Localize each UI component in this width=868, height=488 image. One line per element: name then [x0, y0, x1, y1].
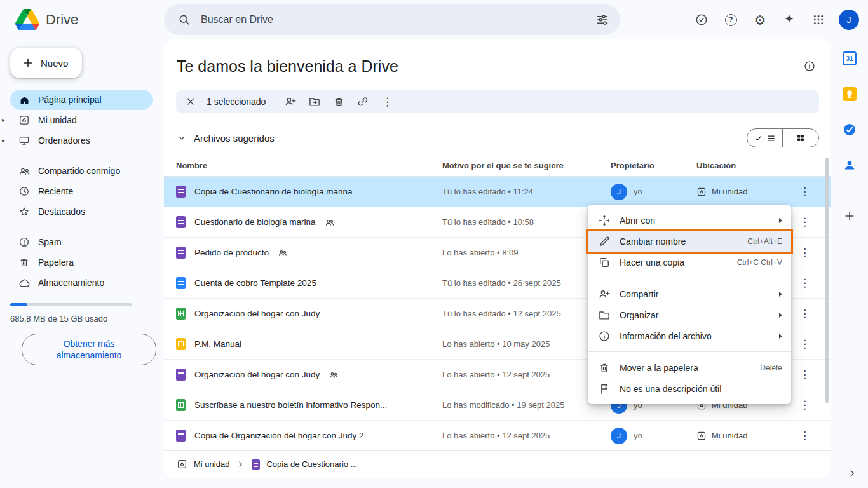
scrollbar-thumb[interactable] [825, 158, 829, 403]
storage-usage-text: 685,8 MB de 15 GB usado [10, 314, 154, 323]
flag-icon [598, 383, 611, 395]
offline-status-icon[interactable] [689, 7, 714, 32]
trash-icon[interactable] [328, 91, 349, 112]
breadcrumb-item-current-file[interactable]: Copia de Cuestionario ... [266, 459, 357, 469]
my-drive-icon [696, 431, 707, 441]
gemini-sparkle-icon[interactable] [776, 7, 802, 32]
row-more-button[interactable]: ⋮ [790, 246, 819, 259]
search-options-icon[interactable] [591, 8, 614, 31]
contacts-icon[interactable] [842, 158, 857, 173]
row-more-button[interactable]: ⋮ [790, 307, 819, 320]
tasks-icon[interactable] [842, 122, 857, 137]
column-header-name[interactable]: Nombre [176, 161, 442, 170]
row-more-button[interactable]: ⋮ [790, 368, 819, 381]
menu-divider [588, 351, 791, 352]
expand-side-panel-icon[interactable] [846, 468, 858, 479]
menu-item[interactable]: Mover a la papelera Delete [588, 357, 791, 378]
calendar-icon[interactable]: 31 [842, 51, 857, 66]
info-icon[interactable] [803, 60, 816, 72]
apps-grid-icon[interactable] [806, 7, 831, 32]
row-more-button[interactable]: ⋮ [790, 398, 819, 412]
topbar-actions: ? ⚙ J [689, 7, 868, 32]
share-add-person-icon[interactable] [280, 91, 301, 112]
rename-icon [598, 235, 611, 248]
menu-item[interactable]: Cambiar nombre Ctrl+Alt+E [588, 231, 791, 252]
menu-item[interactable]: Información del archivo [588, 325, 791, 346]
sidebar-item-computers[interactable]: ▸ Ordenadores [10, 130, 153, 151]
expand-arrow-icon[interactable]: ▸ [2, 117, 5, 123]
row-more-button[interactable]: ⋮ [790, 276, 819, 290]
menu-item[interactable]: Organizar [588, 304, 791, 325]
sidebar-nav: Página principal ▸ Mi unidad ▸ Ordenador… [0, 90, 164, 293]
share-icon [598, 288, 611, 301]
menu-item-label: No es una descripción útil [620, 384, 782, 394]
top-app-bar: Drive ? ⚙ J [0, 0, 868, 39]
row-more-button[interactable]: ⋮ [790, 337, 819, 351]
sidebar-item-shared-with-me[interactable]: Compartido conmigo [10, 161, 153, 181]
more-actions-icon[interactable]: ⋮ [376, 91, 398, 112]
sidebar-item-label: Almacenamiento [38, 278, 104, 288]
search-bar[interactable] [164, 4, 620, 35]
context-menu: Abrir con Cambiar nombre Ctrl+Alt+E Hace… [588, 205, 791, 404]
sheets-file-icon [176, 308, 186, 320]
drive-logo-area[interactable]: Drive [0, 9, 164, 30]
row-more-button[interactable]: ⋮ [790, 215, 819, 229]
row-more-button[interactable]: ⋮ [790, 429, 819, 442]
slides-file-icon [176, 338, 186, 350]
help-icon[interactable]: ? [718, 7, 743, 32]
owner-name: yo [634, 187, 642, 196]
menu-item[interactable]: Abrir con [588, 210, 791, 231]
move-to-folder-icon[interactable] [304, 91, 325, 112]
expand-arrow-icon[interactable]: ▸ [2, 137, 5, 144]
close-selection-icon[interactable] [180, 91, 201, 112]
search-input[interactable] [200, 13, 587, 26]
file-row[interactable]: Copia de Organización del hogar con Judy… [164, 421, 831, 451]
new-button[interactable]: Nuevo [10, 48, 82, 78]
menu-divider [588, 278, 791, 278]
account-avatar[interactable]: J [839, 10, 859, 30]
list-view-button[interactable] [747, 129, 783, 147]
settings-gear-icon[interactable]: ⚙ [747, 7, 773, 32]
forms-file-icon [252, 459, 260, 470]
forms-file-icon [176, 216, 186, 228]
file-reason: Tú lo has editado • 10:58 [442, 217, 611, 227]
owner-avatar: J [611, 428, 627, 444]
column-header-reason[interactable]: Motivo por el que se te sugiere [442, 161, 611, 170]
sidebar-item-my-drive[interactable]: ▸ Mi unidad [10, 110, 153, 130]
sidebar-item-storage[interactable]: Almacenamiento [10, 273, 153, 293]
submenu-arrow-icon [779, 292, 782, 297]
row-more-button[interactable]: ⋮ [790, 185, 819, 198]
menu-item-label: Cambiar nombre [620, 236, 738, 247]
keep-icon[interactable] [842, 86, 857, 102]
sidebar-item-recent[interactable]: Reciente [10, 181, 153, 201]
menu-item[interactable]: Compartir [588, 283, 791, 304]
breadcrumb-item-my-drive[interactable]: Mi unidad [194, 459, 229, 469]
sidebar-item-starred[interactable]: Destacados [10, 201, 153, 222]
get-more-storage-button[interactable]: Obtener más almacenamiento [22, 334, 156, 365]
sheets-file-icon [176, 399, 186, 411]
grid-view-button[interactable] [783, 129, 818, 147]
owner-avatar: J [611, 184, 627, 200]
home-icon [18, 93, 31, 106]
link-icon[interactable] [352, 91, 374, 112]
column-header-location[interactable]: Ubicación [696, 161, 790, 170]
sidebar-item-trash[interactable]: Papelera [10, 252, 153, 273]
menu-item-label: Mover a la papelera [620, 363, 751, 373]
file-row[interactable]: Copia de Cuestionario de biología marina… [164, 177, 831, 207]
file-name: P.M. Manual [194, 339, 241, 349]
shared-people-icon [325, 217, 335, 227]
my-drive-icon [18, 114, 31, 126]
sidebar-item-spam[interactable]: Spam [10, 232, 153, 252]
collapse-section-icon[interactable] [176, 132, 187, 144]
sidebar-item-label: Reciente [38, 186, 73, 196]
menu-item[interactable]: No es una descripción útil [588, 378, 791, 399]
cloud-icon [18, 276, 31, 289]
menu-item[interactable]: Hacer una copia Ctrl+C Ctrl+V [588, 252, 791, 273]
search-icon[interactable] [173, 8, 196, 31]
add-side-panel-app-icon[interactable] [842, 208, 857, 224]
menu-shortcut: Delete [760, 363, 782, 372]
sidebar-item-home[interactable]: Página principal [10, 90, 153, 110]
column-header-owner[interactable]: Propietario [611, 161, 696, 170]
sidebar-item-label: Ordenadores [38, 135, 90, 146]
menu-item-label: Organizar [620, 310, 770, 320]
